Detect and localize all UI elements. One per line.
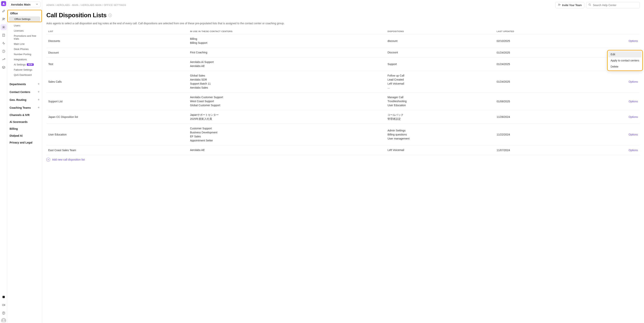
cell-list-name: Discount bbox=[46, 48, 188, 57]
cell-dispositions: Manager CallTroubleshootingUser Educatio… bbox=[386, 93, 495, 110]
sidebar-item-ai-settings[interactable]: Ai Settings NEW bbox=[8, 62, 41, 67]
cell-dispositions: Follow up CallLead CreatedLeft Voicemail… bbox=[386, 71, 495, 93]
plus-icon[interactable]: + bbox=[38, 82, 40, 86]
page-title-row: Call Disposition Lists i bbox=[46, 12, 640, 19]
cell-updated: 11/07/2024 bbox=[495, 145, 585, 155]
cell-dispositions: Admin SettingsBilling questionsUser mana… bbox=[386, 124, 495, 145]
users-icon[interactable] bbox=[0, 16, 7, 22]
chevron-down-icon bbox=[36, 3, 38, 6]
breadcrumb-page: OFFICE SETTINGS bbox=[104, 4, 126, 6]
cell-updated: 02/10/2025 bbox=[495, 34, 585, 48]
sidebar-item-label: Ai Settings bbox=[14, 63, 26, 66]
sidebar-section-contact-centers[interactable]: Contact Centers + bbox=[7, 88, 42, 96]
invite-team-button[interactable]: Invite Your Team bbox=[555, 2, 584, 8]
page-title: Call Disposition Lists bbox=[46, 12, 106, 19]
sidebar-item-number-porting[interactable]: Number Porting bbox=[8, 52, 41, 57]
workspace-name: Aerolabs Main bbox=[11, 3, 31, 6]
svg-point-0 bbox=[2, 18, 4, 19]
sidebar-item-promotions[interactable]: Promotions and free trials bbox=[8, 33, 41, 41]
options-link[interactable]: Options bbox=[585, 93, 640, 110]
sidebar-section-label: Coaching Teams bbox=[10, 106, 31, 109]
cell-centers: Global SalesAerolabs SDRSupport Batch 11… bbox=[188, 71, 386, 93]
cell-list-name: Japan CC Disposition list bbox=[46, 110, 188, 124]
trending-icon[interactable] bbox=[0, 56, 7, 62]
menu-item-delete[interactable]: Delete bbox=[608, 63, 642, 70]
table-row: User EducationCustomer SupportBusiness D… bbox=[46, 124, 640, 145]
cube-icon[interactable] bbox=[0, 64, 7, 70]
page-description: Asks agents to select a call disposition… bbox=[46, 22, 640, 25]
help-icon[interactable] bbox=[0, 310, 7, 316]
main-area: ADMIN / AEROLABS - MAIN. / AEROLABS MAIN… bbox=[42, 0, 644, 323]
sidebar-section-label: Contact Centers bbox=[10, 90, 30, 94]
options-link[interactable]: Options bbox=[585, 71, 640, 93]
sidebar-section-billing[interactable]: Billing bbox=[7, 125, 42, 132]
sidebar-item-office-settings[interactable]: Office Settings bbox=[9, 16, 40, 22]
cell-list-name: Support List bbox=[46, 93, 188, 110]
sidebar-item-integrations[interactable]: Integrations bbox=[8, 57, 41, 62]
sidebar-item-label: Failover Settings bbox=[14, 68, 32, 71]
options-link[interactable]: Options bbox=[585, 124, 640, 145]
add-disposition-list-button[interactable]: + Add new call disposition list bbox=[46, 158, 640, 161]
sidebar-item-main-line[interactable]: Main Line bbox=[8, 41, 41, 46]
gear-icon[interactable] bbox=[0, 24, 7, 30]
icon-rail bbox=[0, 0, 7, 323]
options-link[interactable]: Options bbox=[585, 34, 640, 48]
highlight-office-section: Office Office Settings bbox=[7, 10, 42, 22]
sidebar: Aerolabs Main Office Office Settings Use… bbox=[7, 0, 42, 323]
breadcrumb-workspace[interactable]: AEROLABS MAIN bbox=[81, 4, 102, 6]
plus-icon[interactable]: + bbox=[38, 106, 40, 110]
table-row: Support ListAerolabs Customer SupportWes… bbox=[46, 93, 640, 110]
breadcrumb-org[interactable]: AEROLABS - MAIN. bbox=[56, 4, 79, 6]
sidebar-item-label: Integrations bbox=[14, 58, 27, 61]
sidebar-section-label: Departments bbox=[10, 83, 26, 86]
sidebar-section-dialpad-ai[interactable]: Dialpad Ai bbox=[7, 132, 42, 139]
search-wrap[interactable] bbox=[586, 2, 640, 8]
cell-centers: Customer SupportBusiness DevelopmentEF S… bbox=[188, 124, 386, 145]
menu-item-edit[interactable]: Edit bbox=[608, 51, 642, 57]
options-link[interactable]: Options bbox=[585, 110, 640, 124]
svg-point-9 bbox=[589, 4, 590, 5]
activity-icon[interactable] bbox=[0, 40, 7, 46]
svg-rect-3 bbox=[2, 34, 4, 36]
cell-list-name: Sales Calls bbox=[46, 71, 188, 93]
sidebar-section-departments[interactable]: Departments + bbox=[7, 80, 42, 88]
sidebar-item-licenses[interactable]: Licenses bbox=[8, 28, 41, 33]
breadcrumb-admin[interactable]: ADMIN bbox=[46, 4, 54, 6]
sidebar-section-ai-scorecards[interactable]: Ai Scorecards bbox=[7, 118, 42, 125]
cell-list-name: Discounts bbox=[46, 34, 188, 48]
sidebar-section-channels-ivr[interactable]: Channels & IVR bbox=[7, 112, 42, 118]
cell-centers: First Coaching bbox=[188, 48, 386, 57]
sidebar-item-qos[interactable]: QoS Dashboard bbox=[8, 72, 41, 77]
sidebar-section-coaching-teams[interactable]: Coaching Teams + bbox=[7, 104, 42, 112]
sidebar-section-privacy-legal[interactable]: Privacy and Legal bbox=[7, 139, 42, 146]
sidebar-item-desk-phones[interactable]: Desk Phones bbox=[8, 46, 41, 52]
sidebar-group-office[interactable]: Office bbox=[8, 10, 41, 16]
sidebar-item-label: Desk Phones bbox=[14, 48, 28, 50]
sidebar-item-failover[interactable]: Failover Settings bbox=[8, 67, 41, 72]
building-icon[interactable] bbox=[0, 32, 7, 38]
app-switcher-icon[interactable] bbox=[0, 294, 7, 300]
cell-list-name: User Education bbox=[46, 124, 188, 145]
add-label: Add new call disposition list bbox=[52, 158, 85, 161]
sidebar-item-label: Number Porting bbox=[14, 53, 31, 56]
cell-list-name: East Coast Sales Team bbox=[46, 145, 188, 155]
avatar[interactable] bbox=[1, 318, 6, 323]
rocket-icon[interactable] bbox=[0, 8, 7, 14]
workspace-select[interactable]: Aerolabs Main bbox=[9, 1, 40, 7]
sidebar-item-label: Main Line bbox=[14, 42, 24, 45]
menu-item-apply[interactable]: Apply to contact centers bbox=[608, 57, 642, 63]
table-row: Sales CallsGlobal SalesAerolabs SDRSuppo… bbox=[46, 71, 640, 93]
sidebar-item-users[interactable]: Users bbox=[8, 23, 41, 28]
table-row: East Coast Sales TeamAerolabs AELeft Voi… bbox=[46, 145, 640, 155]
sidebar-section-geo-routing[interactable]: Geo. Routing + bbox=[7, 96, 42, 104]
app-logo[interactable] bbox=[1, 1, 6, 6]
plus-icon[interactable]: + bbox=[38, 90, 40, 94]
svg-point-8 bbox=[558, 4, 559, 4]
options-link[interactable]: Options bbox=[585, 145, 640, 155]
search-input[interactable] bbox=[593, 4, 638, 7]
plus-icon[interactable]: + bbox=[38, 98, 40, 102]
info-icon[interactable]: i bbox=[108, 13, 112, 17]
history-icon[interactable] bbox=[0, 48, 7, 54]
cell-dispositions: コールバック管理者設定 bbox=[386, 110, 495, 124]
video-icon[interactable] bbox=[0, 302, 7, 308]
